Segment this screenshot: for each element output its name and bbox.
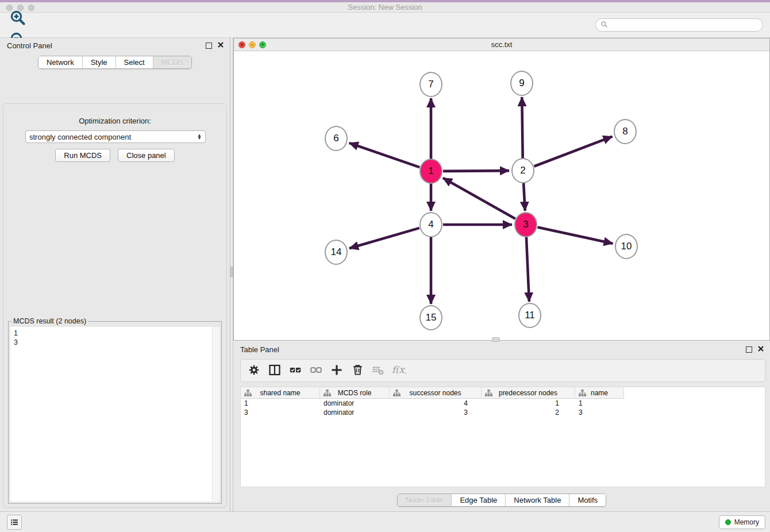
select-all-button[interactable] bbox=[287, 362, 304, 379]
tab-select[interactable]: Select bbox=[116, 56, 153, 68]
delete-table-icon bbox=[372, 364, 384, 378]
delete-row-button[interactable] bbox=[349, 362, 366, 379]
graph-node-1[interactable]: 1 bbox=[419, 159, 442, 184]
column-header-name[interactable]: name bbox=[575, 387, 624, 399]
mcds-result-scrollbar[interactable] bbox=[212, 327, 220, 502]
close-panel-icon[interactable] bbox=[217, 41, 224, 50]
column-header-successor-nodes[interactable]: successor nodes bbox=[390, 387, 482, 399]
optimization-criterion-label: Optimization criterion: bbox=[3, 117, 226, 125]
column-tree-icon bbox=[393, 390, 401, 398]
table-row[interactable]: 3dominator323 bbox=[241, 408, 765, 417]
column-header-label: shared name bbox=[260, 389, 300, 397]
column-header-label: predecessor nodes bbox=[499, 389, 557, 397]
tab-node-table[interactable]: Node Table bbox=[398, 494, 452, 506]
graph-node-9[interactable]: 9 bbox=[510, 71, 533, 96]
select-all-icon bbox=[289, 364, 302, 378]
tab-motifs[interactable]: Motifs bbox=[569, 494, 606, 506]
graph-node-6[interactable]: 6 bbox=[325, 126, 348, 151]
delete-table-button[interactable] bbox=[369, 362, 387, 379]
graph-node-7[interactable]: 7 bbox=[419, 72, 442, 97]
show-column-icon bbox=[268, 363, 282, 379]
table-toolbar: f(x) bbox=[240, 359, 765, 382]
zoom-in-icon bbox=[9, 9, 26, 28]
add-row-button[interactable] bbox=[328, 362, 345, 379]
network-title: scc.txt bbox=[234, 40, 769, 49]
edge-2-9[interactable] bbox=[522, 97, 522, 159]
table-cell: 1 bbox=[241, 399, 320, 408]
show-column-button[interactable] bbox=[266, 362, 283, 379]
vertical-splitter-handle[interactable] bbox=[230, 267, 233, 277]
graph-node-14[interactable]: 14 bbox=[325, 240, 348, 265]
float-panel-icon[interactable] bbox=[206, 43, 212, 49]
column-header-label: MCDS role bbox=[338, 389, 372, 397]
control-panel-tabs: NetworkStyleSelectMCDS bbox=[38, 56, 192, 69]
graph-node-15[interactable]: 15 bbox=[419, 305, 442, 330]
column-tree-icon bbox=[244, 390, 252, 398]
table-settings-button[interactable] bbox=[245, 362, 263, 379]
mcds-panel: Optimization criterion: strongly connect… bbox=[3, 103, 227, 508]
deselect-all-button[interactable] bbox=[307, 362, 325, 379]
tab-style[interactable]: Style bbox=[83, 56, 116, 68]
tab-network[interactable]: Network bbox=[38, 56, 83, 68]
edge-3-10[interactable] bbox=[538, 228, 613, 244]
control-panel: Control Panel NetworkStyleSelectMCDS Opt… bbox=[0, 38, 230, 511]
network-canvas[interactable]: 7968124314101511 bbox=[234, 51, 769, 340]
main-toolbar bbox=[0, 13, 770, 38]
network-window-titlebar: ✕ − + scc.txt bbox=[234, 38, 769, 51]
table-panel-title: Table Panel bbox=[240, 345, 279, 354]
close-table-panel-icon[interactable] bbox=[757, 345, 764, 354]
search-input[interactable] bbox=[611, 21, 758, 29]
tab-mcds[interactable]: MCDS bbox=[153, 56, 191, 68]
graph-node-3[interactable]: 3 bbox=[514, 212, 537, 237]
table-cell: 3 bbox=[390, 408, 482, 417]
select-stepper-icon: ▲▼ bbox=[197, 134, 202, 140]
edge-2-3[interactable] bbox=[523, 183, 525, 211]
zoom-in-button[interactable] bbox=[6, 7, 30, 29]
table-cell: dominator bbox=[320, 408, 390, 417]
table-panel: Table Panel f(x) shared nameMCDS rolesuc… bbox=[233, 342, 770, 511]
mcds-result-fieldset: MCDS result (2 nodes) 13 bbox=[8, 321, 222, 504]
edge-1-2[interactable] bbox=[443, 171, 509, 171]
float-table-panel-icon[interactable] bbox=[746, 346, 752, 353]
search-box[interactable] bbox=[595, 18, 763, 32]
graph-node-4[interactable]: 4 bbox=[419, 212, 442, 237]
edge-1-6[interactable] bbox=[349, 143, 420, 167]
table-settings-icon bbox=[248, 364, 260, 378]
edge-3-1[interactable] bbox=[443, 178, 515, 219]
search-icon bbox=[600, 21, 608, 30]
mcds-result-line: 1 bbox=[14, 329, 216, 338]
graph-node-11[interactable]: 11 bbox=[518, 303, 541, 328]
graph-node-8[interactable]: 8 bbox=[614, 119, 637, 144]
memory-button[interactable]: Memory bbox=[719, 515, 765, 529]
add-row-icon bbox=[330, 363, 344, 379]
column-header-MCDS-role[interactable]: MCDS role bbox=[320, 387, 390, 399]
close-panel-button[interactable]: Close panel bbox=[118, 149, 175, 162]
column-tree-icon bbox=[579, 390, 586, 398]
memory-label: Memory bbox=[734, 518, 759, 526]
column-header-label: successor nodes bbox=[409, 389, 461, 397]
run-mcds-button[interactable]: Run MCDS bbox=[55, 149, 110, 162]
edge-3-11[interactable] bbox=[526, 237, 529, 302]
mcds-result-text[interactable]: 13 bbox=[10, 327, 220, 502]
graph-node-2[interactable]: 2 bbox=[511, 158, 534, 183]
task-history-button[interactable] bbox=[7, 515, 22, 530]
graph-node-10[interactable]: 10 bbox=[615, 234, 638, 259]
mcds-result-line: 3 bbox=[14, 338, 216, 347]
delete-row-icon bbox=[351, 363, 364, 378]
column-header-shared-name[interactable]: shared name bbox=[241, 387, 320, 399]
memory-status-icon bbox=[725, 519, 731, 525]
optimization-criterion-select[interactable]: strongly connected component ▲▼ bbox=[25, 130, 206, 143]
svg-text:f(x): f(x) bbox=[392, 364, 406, 375]
column-header-predecessor-nodes[interactable]: predecessor nodes bbox=[482, 387, 575, 399]
function-builder-button[interactable]: f(x) bbox=[390, 362, 407, 379]
edge-4-14[interactable] bbox=[349, 228, 419, 248]
optimization-criterion-value: strongly connected component bbox=[29, 133, 131, 141]
edge-2-8[interactable] bbox=[534, 137, 613, 167]
mcds-result-title: MCDS result (2 nodes) bbox=[11, 317, 88, 325]
node-table: shared nameMCDS rolesuccessor nodesprede… bbox=[240, 387, 765, 487]
titlebar-accent-stripe bbox=[0, 0, 770, 2]
tab-network-table[interactable]: Network Table bbox=[506, 494, 569, 506]
tab-edge-table[interactable]: Edge Table bbox=[452, 494, 506, 506]
table-row[interactable]: 1dominator411 bbox=[241, 399, 765, 408]
horizontal-splitter-handle[interactable] bbox=[492, 337, 500, 342]
